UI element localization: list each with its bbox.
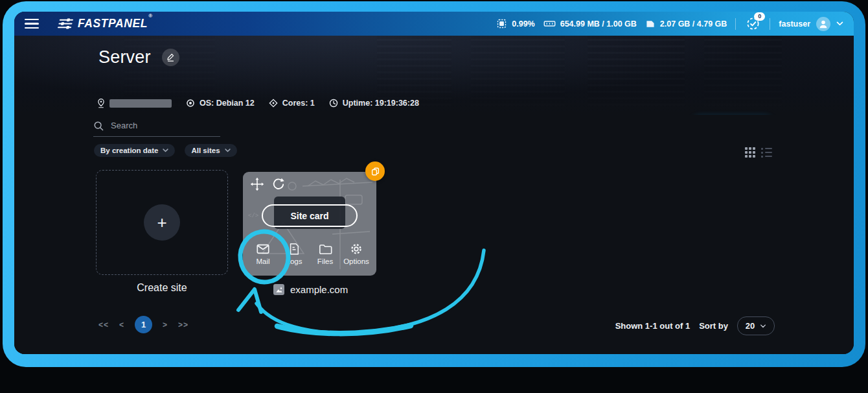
page-size-value: 20 (746, 321, 755, 331)
site-card-button-label: Site card (290, 211, 328, 221)
location-pin-icon (97, 98, 105, 108)
server-uptime: Uptime: 19:19:36:28 (329, 99, 419, 108)
tasks-badge: 0 (754, 12, 765, 21)
chevron-down-icon (760, 324, 766, 328)
sort-filter-label: By creation date (100, 147, 158, 154)
tasks-button[interactable]: 0 (744, 16, 761, 32)
results-summary-row: Shown 1-1 out of 1 Sort by 20 (615, 316, 775, 335)
divider (735, 18, 736, 30)
copy-site-button[interactable] (365, 161, 385, 181)
ram-value: 654.99 MB / 1.00 GB (560, 19, 637, 29)
page: FASTPANEL® 0.99% 654.99 MB / 1.00 GB 2.0… (0, 0, 868, 393)
username: fastuser (779, 19, 810, 29)
app-window: FASTPANEL® 0.99% 654.99 MB / 1.00 GB 2.0… (14, 12, 854, 354)
ram-stat: 654.99 MB / 1.00 GB (543, 19, 637, 29)
cores-text: Cores: 1 (282, 99, 315, 108)
sites-content: By creation date All sites + Create site (14, 115, 854, 354)
pagination-next[interactable]: > (163, 320, 168, 329)
plus-icon: + (144, 204, 180, 241)
cpu-value: 0.99% (512, 19, 534, 29)
site-domain: example.com (290, 284, 348, 295)
files-action-label: Files (317, 257, 333, 265)
server-ip (97, 98, 172, 108)
mail-icon (255, 242, 271, 256)
ram-icon (543, 19, 556, 29)
refresh-icon[interactable] (272, 178, 285, 191)
shown-count: Shown 1-1 out of 1 (615, 321, 691, 331)
create-site-card-label: Create site (96, 282, 228, 294)
disk-icon (645, 19, 656, 29)
grid-view-icon[interactable] (745, 147, 755, 158)
cores-icon (269, 99, 278, 108)
cpu-stat: 0.99% (496, 18, 534, 29)
logo-equalizer-icon (57, 18, 73, 30)
site-domain-row[interactable]: example.com (273, 284, 348, 295)
os-icon (186, 99, 195, 108)
options-action[interactable]: Options (341, 242, 372, 265)
pagination: << < 1 > >> (98, 316, 188, 333)
pagination-page-1[interactable]: 1 (135, 316, 152, 333)
divider (770, 18, 770, 30)
move-handle-icon[interactable] (250, 177, 264, 191)
create-site-card[interactable]: + (96, 170, 228, 275)
options-action-label: Options (343, 257, 369, 265)
cpu-icon (496, 18, 507, 29)
site-card-actions: Mail Logs Files Options (243, 242, 376, 265)
server-cores: Cores: 1 (269, 99, 315, 108)
brand-logo[interactable]: FASTPANEL® (57, 17, 153, 30)
server-os: OS: Debian 12 (186, 99, 255, 108)
search-icon (93, 121, 104, 131)
disk-value: 2.07 GB / 4.79 GB (660, 19, 727, 29)
mail-action[interactable]: Mail (247, 242, 279, 265)
list-view-icon[interactable] (761, 148, 772, 158)
os-text: OS: Debian 12 (200, 99, 255, 108)
topbar: FASTPANEL® 0.99% 654.99 MB / 1.00 GB 2.0… (14, 12, 854, 36)
server-info-row: OS: Debian 12 Cores: 1 Uptime: 19:19:36:… (97, 98, 419, 108)
site-card[interactable]: </> Site card Mail (243, 172, 376, 276)
edit-server-name-button[interactable] (162, 49, 179, 66)
disk-stat: 2.07 GB / 4.79 GB (645, 19, 727, 29)
chevron-down-icon (225, 149, 231, 152)
options-icon (349, 242, 363, 256)
mail-action-label: Mail (256, 257, 269, 265)
sort-filter-dropdown[interactable]: By creation date (94, 144, 175, 157)
uptime-icon (329, 99, 338, 108)
topbar-right: 0.99% 654.99 MB / 1.00 GB 2.07 GB / 4.79… (496, 16, 843, 32)
page-title: Server (98, 47, 151, 67)
chevron-down-icon (836, 21, 843, 26)
site-type-filter-label: All sites (191, 147, 220, 154)
copy-icon (371, 167, 380, 176)
logs-action[interactable]: Logs (279, 242, 310, 265)
logo-text: FASTPANEL® (78, 17, 153, 30)
favicon-placeholder-icon (273, 284, 284, 295)
page-size-select[interactable]: 20 (737, 316, 775, 335)
server-header: Server OS: Debian 12 Cores: 1 (14, 36, 854, 115)
filter-row: By creation date All sites (94, 144, 237, 157)
files-action[interactable]: Files (310, 242, 341, 265)
logs-action-label: Logs (286, 257, 303, 265)
user-menu[interactable]: fastuser (779, 17, 843, 31)
registered-mark: ® (148, 13, 153, 19)
pagination-prev[interactable]: < (119, 320, 124, 329)
chevron-down-icon (163, 149, 168, 152)
files-icon (318, 242, 333, 256)
hamburger-menu-icon[interactable] (25, 19, 39, 29)
site-type-filter-dropdown[interactable]: All sites (185, 144, 236, 157)
search-input[interactable] (109, 120, 216, 131)
logs-icon (288, 242, 301, 256)
redacted-ip (109, 99, 172, 108)
view-toggles (745, 147, 772, 158)
svg-text:</>: </> (248, 213, 258, 219)
pagination-first[interactable]: << (98, 320, 109, 329)
edit-icon (166, 53, 175, 62)
uptime-text: Uptime: 19:19:36:28 (343, 99, 419, 108)
site-card-button[interactable]: Site card (262, 204, 358, 227)
sort-by-label: Sort by (699, 321, 728, 331)
pagination-last[interactable]: >> (178, 320, 188, 329)
search-field[interactable] (93, 120, 220, 137)
user-avatar-icon (816, 17, 830, 31)
